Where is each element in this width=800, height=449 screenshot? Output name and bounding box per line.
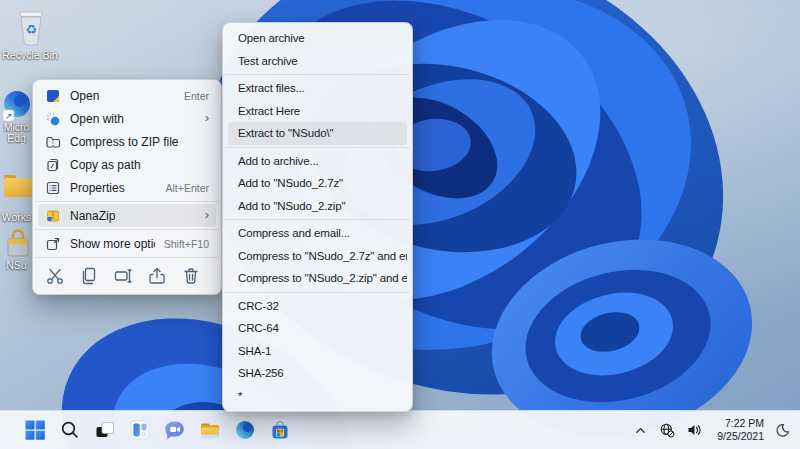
clock-date: 9/25/2021 bbox=[712, 430, 764, 443]
taskbar-buttons bbox=[0, 414, 294, 446]
submenu-item-sha256[interactable]: SHA-256 bbox=[228, 362, 407, 385]
menu-separator bbox=[225, 292, 410, 293]
menu-item-open-with[interactable]: Open with › bbox=[38, 107, 216, 130]
svg-text:↗: ↗ bbox=[5, 111, 13, 121]
nanazip-icon bbox=[45, 208, 61, 224]
rename-button[interactable] bbox=[110, 263, 136, 289]
copy-path-icon bbox=[45, 157, 61, 173]
nanazip-submenu: Open archive Test archive Extract files.… bbox=[222, 22, 413, 412]
quick-actions-row bbox=[33, 260, 221, 290]
submenu-item-add-to-7z[interactable]: Add to "NSudo_2.7z" bbox=[228, 172, 407, 195]
nsudo-file-icon[interactable] bbox=[4, 227, 32, 259]
copy-button[interactable] bbox=[76, 263, 102, 289]
volume-button[interactable] bbox=[685, 421, 703, 439]
submenu-item-add-to-zip[interactable]: Add to "NSudo_2.zip" bbox=[228, 195, 407, 218]
focus-assist-button[interactable] bbox=[773, 421, 791, 439]
menu-item-properties[interactable]: Properties Alt+Enter bbox=[38, 176, 216, 199]
widgets-icon bbox=[129, 419, 151, 441]
menu-separator bbox=[35, 201, 219, 202]
network-button[interactable] bbox=[658, 421, 676, 439]
submenu-item-crc64[interactable]: CRC-64 bbox=[228, 317, 407, 340]
menu-item-label: Show more options bbox=[70, 237, 155, 251]
menu-separator bbox=[225, 74, 410, 75]
store-button[interactable] bbox=[266, 414, 294, 446]
zip-folder-icon bbox=[45, 134, 61, 150]
submenu-item-test-archive[interactable]: Test archive bbox=[228, 50, 407, 73]
menu-separator bbox=[225, 219, 410, 220]
recycle-bin-icon[interactable]: ♻ bbox=[10, 6, 52, 48]
moon-icon bbox=[773, 421, 792, 440]
delete-button[interactable] bbox=[178, 263, 204, 289]
submenu-item-compress-email[interactable]: Compress and email... bbox=[228, 222, 407, 245]
clock-time: 7:22 PM bbox=[712, 417, 764, 430]
menu-item-label: Open with bbox=[70, 112, 196, 126]
file-explorer-button[interactable] bbox=[196, 414, 224, 446]
submenu-item-extract-to[interactable]: Extract to "NSudo\" bbox=[228, 122, 407, 145]
submenu-item-extract-files[interactable]: Extract files... bbox=[228, 77, 407, 100]
chat-button[interactable] bbox=[161, 414, 189, 446]
menu-item-nanazip[interactable]: NanaZip › bbox=[38, 204, 216, 227]
folder-icon[interactable] bbox=[2, 172, 34, 200]
start-button[interactable] bbox=[21, 414, 49, 446]
desktop: ♻ Recycle Bin ↗ Micro Edg Works NSu Open bbox=[0, 0, 800, 449]
folder-label: Works bbox=[0, 212, 33, 223]
taskbar-clock[interactable]: 7:22 PM 9/25/2021 bbox=[712, 417, 764, 443]
edge-icon bbox=[234, 419, 256, 441]
submenu-item-crc32[interactable]: CRC-32 bbox=[228, 295, 407, 318]
search-button[interactable] bbox=[56, 414, 84, 446]
widgets-button[interactable] bbox=[126, 414, 154, 446]
menu-item-shortcut: Enter bbox=[184, 90, 209, 102]
menu-separator bbox=[35, 257, 219, 258]
taskbar: 7:22 PM 9/25/2021 bbox=[0, 410, 800, 449]
menu-item-label: Copy as path bbox=[70, 158, 209, 172]
chevron-up-icon bbox=[634, 424, 647, 437]
submenu-item-extract-here[interactable]: Extract Here bbox=[228, 100, 407, 123]
recycle-bin-label: Recycle Bin bbox=[0, 50, 63, 61]
task-view-button[interactable] bbox=[91, 414, 119, 446]
store-icon bbox=[269, 419, 291, 441]
search-icon bbox=[59, 419, 81, 441]
submenu-item-open-archive[interactable]: Open archive bbox=[228, 27, 407, 50]
file-explorer-icon bbox=[199, 419, 221, 441]
menu-item-shortcut: Shift+F10 bbox=[164, 238, 209, 250]
chat-icon bbox=[164, 419, 186, 441]
menu-item-open[interactable]: Open Enter bbox=[38, 84, 216, 107]
submenu-item-add-to-archive[interactable]: Add to archive... bbox=[228, 150, 407, 173]
menu-item-show-more-options[interactable]: Show more options Shift+F10 bbox=[38, 232, 216, 255]
submenu-item-sha1[interactable]: SHA-1 bbox=[228, 340, 407, 363]
more-options-icon bbox=[45, 236, 61, 252]
menu-item-compress-zip[interactable]: Compress to ZIP file bbox=[38, 130, 216, 153]
menu-separator bbox=[225, 147, 410, 148]
edge-shortcut-label-2: Edg bbox=[0, 133, 33, 144]
submenu-item-star[interactable]: * bbox=[228, 385, 407, 408]
submenu-item-compress-zip-email[interactable]: Compress to "NSudo_2.zip" and email bbox=[228, 267, 407, 290]
menu-item-label: Compress to ZIP file bbox=[70, 135, 209, 149]
svg-text:♻: ♻ bbox=[25, 22, 37, 37]
edge-shortcut-icon[interactable]: ↗ bbox=[2, 90, 34, 122]
nsudo-file-label: NSu bbox=[0, 260, 33, 271]
context-menu: Open Enter Open with › Compress to ZIP f… bbox=[32, 79, 222, 295]
share-button[interactable] bbox=[144, 263, 170, 289]
menu-item-label: NanaZip bbox=[70, 209, 196, 223]
globe-no-internet-icon bbox=[659, 422, 675, 438]
menu-item-label: Open bbox=[70, 89, 175, 103]
edge-shortcut-label: Micro bbox=[0, 122, 33, 133]
chevron-right-icon: › bbox=[205, 208, 209, 221]
system-tray: 7:22 PM 9/25/2021 bbox=[631, 411, 800, 449]
task-view-icon bbox=[94, 419, 116, 441]
edge-button[interactable] bbox=[231, 414, 259, 446]
speaker-icon bbox=[686, 422, 702, 438]
nsudo-app-icon bbox=[45, 88, 61, 104]
windows-start-icon bbox=[24, 419, 46, 441]
menu-item-copy-as-path[interactable]: Copy as path bbox=[38, 153, 216, 176]
submenu-item-compress-7z-email[interactable]: Compress to "NSudo_2.7z" and email bbox=[228, 245, 407, 268]
hidden-icons-chevron-button[interactable] bbox=[631, 421, 649, 439]
menu-separator bbox=[35, 229, 219, 230]
cut-button[interactable] bbox=[42, 263, 68, 289]
properties-icon bbox=[45, 180, 61, 196]
open-with-icon bbox=[45, 111, 61, 127]
menu-item-shortcut: Alt+Enter bbox=[166, 182, 209, 194]
menu-item-label: Properties bbox=[70, 181, 157, 195]
chevron-right-icon: › bbox=[205, 111, 209, 124]
